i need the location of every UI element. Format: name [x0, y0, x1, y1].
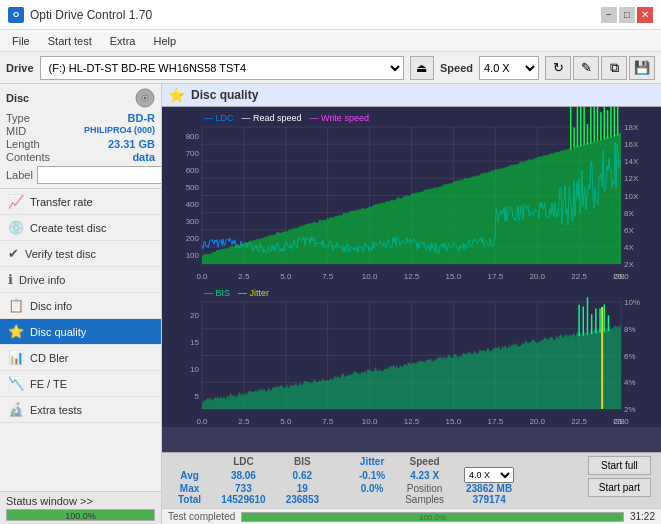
- status-progress-text: 100.0%: [7, 510, 154, 522]
- chart-header: ⭐ Disc quality: [162, 84, 661, 107]
- total-jitter: [349, 494, 395, 505]
- status-bottom-progress-text: 100.0%: [242, 513, 623, 523]
- charts-wrapper: [162, 107, 661, 452]
- main-layout: Disc Type BD-R MID PHILIPRO4 (000) Lengt…: [0, 84, 661, 524]
- nav-item-cd-bler[interactable]: 📊 CD Bler: [0, 345, 161, 371]
- disc-contents-value: data: [132, 151, 155, 163]
- status-progress-container: 100.0%: [6, 509, 155, 521]
- disc-contents-label: Contents: [6, 151, 50, 163]
- titlebar-controls: − □ ✕: [601, 7, 653, 23]
- disc-label-input[interactable]: [37, 166, 162, 184]
- total-samples-val: 379174: [454, 494, 524, 505]
- chart-bottom: [162, 282, 661, 427]
- disc-length-row: Length 23.31 GB: [6, 138, 155, 150]
- eject-button[interactable]: ⏏: [410, 56, 434, 80]
- content-area: ⭐ Disc quality LDC BIS Jitter: [162, 84, 661, 524]
- disc-label-row: Label 🔍: [6, 166, 155, 184]
- avg-spacer: [329, 467, 349, 483]
- menu-file[interactable]: File: [4, 33, 38, 49]
- maximize-button[interactable]: □: [619, 7, 635, 23]
- nav-label-drive-info: Drive info: [19, 274, 65, 286]
- nav-item-fe-te[interactable]: 📉 FE / TE: [0, 371, 161, 397]
- total-samples-label: Samples: [395, 494, 454, 505]
- disc-title: Disc: [6, 92, 29, 104]
- minimize-button[interactable]: −: [601, 7, 617, 23]
- transfer-rate-icon: 📈: [8, 194, 24, 209]
- avg-speed-select-cell[interactable]: 4.0 X: [454, 467, 524, 483]
- avg-speed-select[interactable]: 4.0 X: [464, 467, 514, 483]
- disc-length-value: 23.31 GB: [108, 138, 155, 150]
- app-logo: O: [8, 7, 24, 23]
- status-window[interactable]: Status window >> 100.0%: [0, 491, 161, 524]
- toolbar-icons: ↻ ✎ ⧉ 💾: [545, 56, 655, 80]
- sidebar: Disc Type BD-R MID PHILIPRO4 (000) Lengt…: [0, 84, 162, 524]
- buttons-panel: Start full Start part: [588, 456, 651, 497]
- titlebar: O Opti Drive Control 1.70 − □ ✕: [0, 0, 661, 30]
- copy-button[interactable]: ⧉: [601, 56, 627, 80]
- nav-label-verify-test-disc: Verify test disc: [25, 248, 96, 260]
- col-speed-sel: [454, 456, 524, 467]
- nav-label-fe-te: FE / TE: [30, 378, 67, 390]
- max-position-val: 23862 MB: [454, 483, 524, 494]
- drivebar: Drive (F:) HL-DT-ST BD-RE WH16NS58 TST4 …: [0, 52, 661, 84]
- status-bottom: Test completed 100.0% 31:22: [162, 508, 661, 524]
- max-jitter: 0.0%: [349, 483, 395, 494]
- save-button[interactable]: 💾: [629, 56, 655, 80]
- chart-header-icon: ⭐: [168, 87, 185, 103]
- total-bis: 236853: [276, 494, 329, 505]
- stats-max-row: Max 733 19 0.0% Position 23862 MB: [168, 483, 524, 494]
- stats-total-row: Total 14529610 236853 Samples 379174: [168, 494, 524, 505]
- refresh-button[interactable]: ↻: [545, 56, 571, 80]
- avg-jitter: -0.1%: [349, 467, 395, 483]
- nav-item-disc-quality[interactable]: ⭐ Disc quality: [0, 319, 161, 345]
- extra-tests-icon: 🔬: [8, 402, 24, 417]
- disc-mid-value: PHILIPRO4 (000): [84, 125, 155, 137]
- menu-help[interactable]: Help: [145, 33, 184, 49]
- disc-mid-label: MID: [6, 125, 26, 137]
- nav-label-disc-quality: Disc quality: [30, 326, 86, 338]
- nav-item-drive-info[interactable]: ℹ Drive info: [0, 267, 161, 293]
- disc-type-label: Type: [6, 112, 30, 124]
- nav-item-transfer-rate[interactable]: 📈 Transfer rate: [0, 189, 161, 215]
- start-full-button[interactable]: Start full: [588, 456, 651, 475]
- start-part-button[interactable]: Start part: [588, 478, 651, 497]
- drive-select[interactable]: (F:) HL-DT-ST BD-RE WH16NS58 TST4: [40, 56, 404, 80]
- app-title: Opti Drive Control 1.70: [30, 8, 152, 22]
- nav-label-extra-tests: Extra tests: [30, 404, 82, 416]
- disc-type-value: BD-R: [128, 112, 156, 124]
- nav-item-create-test-disc[interactable]: 💿 Create test disc: [0, 215, 161, 241]
- disc-info-icon: 📋: [8, 298, 24, 313]
- avg-speed: 4.23 X: [395, 467, 454, 483]
- avg-label: Avg: [168, 467, 211, 483]
- speed-select[interactable]: 4.0 X: [479, 56, 539, 80]
- max-ldc: 733: [211, 483, 276, 494]
- disc-panel: Disc Type BD-R MID PHILIPRO4 (000) Lengt…: [0, 84, 161, 189]
- close-button[interactable]: ✕: [637, 7, 653, 23]
- edit-button[interactable]: ✎: [573, 56, 599, 80]
- nav-item-verify-test-disc[interactable]: ✔ Verify test disc: [0, 241, 161, 267]
- cd-bler-icon: 📊: [8, 350, 24, 365]
- disc-label-label: Label: [6, 169, 33, 181]
- menu-extra[interactable]: Extra: [102, 33, 144, 49]
- max-bis: 19: [276, 483, 329, 494]
- menu-start-test[interactable]: Start test: [40, 33, 100, 49]
- disc-length-label: Length: [6, 138, 40, 150]
- col-ldc: LDC: [211, 456, 276, 467]
- stats-avg-row: Avg 38.06 0.62 -0.1% 4.23 X 4.0 X: [168, 467, 524, 483]
- status-time: 31:22: [630, 511, 655, 522]
- create-test-disc-icon: 💿: [8, 220, 24, 235]
- nav-label-disc-info: Disc info: [30, 300, 72, 312]
- sidebar-nav: 📈 Transfer rate 💿 Create test disc ✔ Ver…: [0, 189, 161, 491]
- nav-label-transfer-rate: Transfer rate: [30, 196, 93, 208]
- drive-info-icon: ℹ: [8, 272, 13, 287]
- nav-item-extra-tests[interactable]: 🔬 Extra tests: [0, 397, 161, 423]
- speed-label: Speed: [440, 62, 473, 74]
- disc-quality-icon: ⭐: [8, 324, 24, 339]
- max-spacer: [329, 483, 349, 494]
- fe-te-icon: 📉: [8, 376, 24, 391]
- col-jitter: Jitter: [349, 456, 395, 467]
- nav-label-create-test-disc: Create test disc: [30, 222, 106, 234]
- stats-panel: LDC BIS Jitter Speed Avg 38.06 0.62: [162, 452, 661, 508]
- chart-header-title: Disc quality: [191, 88, 258, 102]
- nav-item-disc-info[interactable]: 📋 Disc info: [0, 293, 161, 319]
